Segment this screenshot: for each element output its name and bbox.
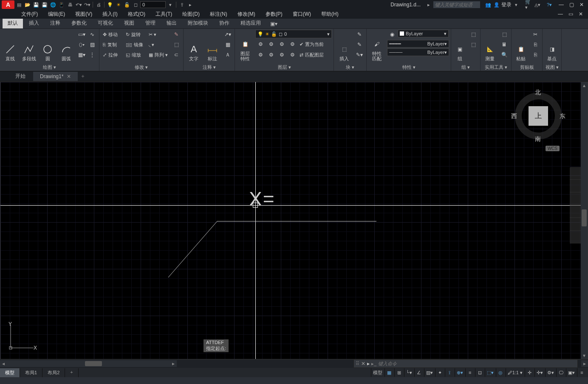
attr-icon[interactable]: ✎▾ [354, 50, 365, 59]
cmdline-grip-icon[interactable]: ⠿ [356, 361, 359, 367]
add-layout-tab[interactable]: + [65, 368, 78, 377]
login-label[interactable]: 登录 [501, 1, 512, 8]
scroll-down-icon[interactable]: ▾ [581, 352, 588, 359]
ellipse-icon[interactable]: ⬯▾ [76, 40, 87, 49]
close-button[interactable]: ✕ [577, 1, 586, 8]
line-button[interactable]: 直线 [2, 30, 19, 62]
scroll-left-icon[interactable]: ◂ [0, 360, 7, 367]
bulb-icon[interactable]: ☀ [115, 1, 122, 8]
ribbon-tab-output[interactable]: 输出 [161, 18, 182, 28]
minimize-button[interactable]: — [557, 1, 566, 8]
layer-unlock-icon[interactable]: ⚙ [287, 50, 297, 59]
undo-icon[interactable]: ↶▾ [75, 1, 82, 8]
horizontal-scrollbar[interactable]: ◂ ▸ [0, 360, 177, 367]
point-icon[interactable]: ⋮ [87, 50, 97, 59]
sb-model-button[interactable]: 模型 [371, 368, 384, 377]
hscroll-thumb[interactable] [85, 361, 102, 366]
redo-icon[interactable]: ↷▾ [83, 1, 91, 8]
paste-button[interactable]: 📋粘贴 [513, 30, 529, 62]
stretch-button[interactable]: ⤢ 拉伸 [101, 50, 122, 59]
scroll-right-icon[interactable]: ▸ [170, 360, 177, 367]
vscroll-thumb[interactable] [582, 209, 587, 226]
fillet-button[interactable]: ◟ ▾ [147, 40, 170, 49]
menu-help[interactable]: 帮助(H) [317, 10, 343, 19]
viewcube[interactable]: 上 北 南 西 东 [513, 90, 564, 141]
sb-iso-icon[interactable]: ▨▾ [424, 368, 435, 377]
help-icon[interactable]: ?▾ [546, 1, 553, 8]
panel-annotate-title[interactable]: 注释 ▾ [185, 63, 233, 71]
make-current-button[interactable]: ✔ 置为当前 [298, 40, 325, 49]
ribbon-tab-annotate[interactable]: 注释 [45, 18, 65, 28]
sb-3dosnap-icon[interactable]: ⬚▾ [485, 368, 495, 377]
layer-iso-icon[interactable]: ⚙ [266, 40, 276, 49]
layer-lock-icon[interactable]: ⚙ [287, 40, 297, 49]
cmdline-recent-icon[interactable]: ▸ [367, 361, 370, 367]
drawing-canvas[interactable]: X= ATTDEF 指定起点: X Y 上 北 南 西 东 WCS ▴ ▾ [0, 82, 588, 359]
scroll-up-icon[interactable]: ▴ [581, 82, 588, 89]
measure-button[interactable]: 📐测量 [482, 30, 498, 62]
menu-tools[interactable]: 工具(T) [151, 10, 176, 19]
menu-view[interactable]: 视图(V) [71, 10, 96, 19]
panel-properties-title[interactable]: 特性 ▾ [368, 63, 449, 71]
viewcube-south[interactable]: 南 [535, 136, 541, 143]
layout1-tab[interactable]: 布局1 [20, 368, 42, 377]
sb-tpy-icon[interactable]: ⊡ [475, 368, 484, 377]
explode-icon[interactable]: ⬚ [171, 40, 181, 49]
ribbon-tab-insert[interactable]: 插入 [24, 18, 44, 28]
panel-groups-title[interactable]: 组 ▾ [453, 63, 478, 71]
match-props-button[interactable]: 🖌特性 匹配 [368, 30, 385, 62]
lock-icon[interactable]: 🔓 [123, 1, 131, 8]
exchange-icon[interactable]: ◬▾ [534, 1, 541, 8]
leader-icon[interactable]: ↗▾ [223, 30, 233, 39]
insert-block-button[interactable]: ⬚插入 [336, 30, 353, 62]
ribbon-tab-extra-icon[interactable]: ▣▾ [267, 19, 281, 28]
erase-icon[interactable]: ✎ [171, 30, 181, 39]
ribbon-tab-parametric[interactable]: 参数化 [66, 18, 92, 28]
mdi-minimize-button[interactable]: — [556, 10, 565, 18]
hatch-icon[interactable]: ▨ [87, 40, 97, 49]
viewcube-north[interactable]: 北 [535, 89, 541, 96]
color-combo[interactable]: ByLayer▾ [398, 30, 449, 37]
basepoint-button[interactable]: ◨基点 [544, 30, 560, 62]
sb-grid-icon[interactable]: ▦ [384, 368, 394, 377]
wcs-badge[interactable]: WCS [546, 146, 560, 151]
layer-thaw-icon[interactable]: ⚙ [277, 50, 287, 59]
sb-monitor-icon[interactable]: 🖵 [556, 368, 565, 377]
panel-clipboard-title[interactable]: 剪贴板 [513, 63, 540, 71]
layer-color-icon[interactable]: ◻ [132, 1, 139, 8]
doc-tab-drawing1[interactable]: Drawing1* ✕ [33, 72, 78, 81]
mtext-icon[interactable]: Ａ [223, 50, 233, 59]
qat-dropdown-icon[interactable]: ▾ [167, 1, 174, 8]
vertical-scrollbar[interactable]: ▴ ▾ [581, 82, 588, 359]
paste-spec-icon[interactable]: ⎘ [530, 50, 540, 59]
saveas-icon[interactable]: 💾 [41, 1, 48, 8]
sb-ortho-icon[interactable]: └▾ [404, 368, 414, 377]
sb-selcycle-icon[interactable]: ◎ [496, 368, 505, 377]
cmdline-close-icon[interactable]: ✕ [361, 361, 365, 367]
layer-properties-button[interactable]: 📋图层 特性 [237, 30, 254, 62]
login-dropdown-icon[interactable]: ▾ [512, 1, 520, 8]
circle-button[interactable]: 圆 [39, 30, 56, 62]
qselect-icon[interactable]: 🔍 [499, 50, 509, 59]
a360-icon[interactable]: 👥 [484, 1, 492, 8]
layer-on-icon[interactable]: ⚙ [255, 50, 266, 59]
web-icon[interactable]: 🌐 [49, 1, 57, 8]
command-line[interactable]: ⠿ ✕ ▸ ▸_ [353, 359, 578, 368]
ribbon-tab-default[interactable]: 默认 [3, 18, 23, 28]
layout2-tab[interactable]: 布局2 [42, 368, 65, 377]
share-icon[interactable]: ⇪ [178, 1, 186, 8]
new-tab-button[interactable]: ＋ [79, 72, 87, 81]
print-icon[interactable]: 🖨 [95, 1, 102, 8]
panel-modify-title[interactable]: 修改 ▾ [101, 63, 181, 71]
rotate-button[interactable]: ↻ 旋转 [124, 30, 145, 39]
trim-button[interactable]: ✂ ▾ [147, 30, 170, 39]
copy-button[interactable]: ⎘ 复制 [101, 40, 122, 49]
group-edit-icon[interactable]: ⬚ [468, 40, 478, 49]
ribbon-tab-collab[interactable]: 协作 [214, 18, 235, 28]
ribbon-tab-addins[interactable]: 附加模块 [183, 18, 213, 28]
sb-snap-icon[interactable]: ⊞ [394, 368, 404, 377]
menu-file[interactable]: 文件(F) [17, 10, 42, 19]
help-search-input[interactable] [433, 1, 480, 8]
menu-dimension[interactable]: 标注(N) [206, 10, 232, 19]
maximize-button[interactable]: ▢ [567, 1, 576, 8]
